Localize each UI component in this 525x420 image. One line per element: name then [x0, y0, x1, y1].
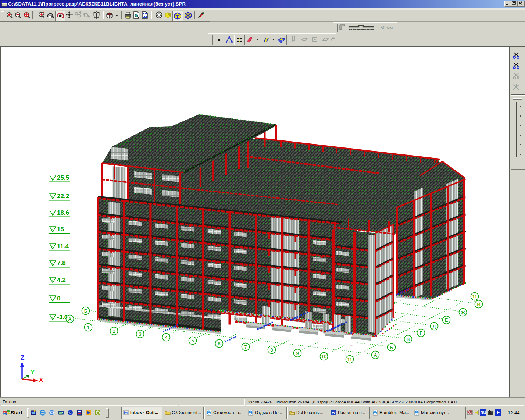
svg-text:RU: RU — [481, 410, 486, 415]
svg-text:W: W — [332, 410, 336, 415]
